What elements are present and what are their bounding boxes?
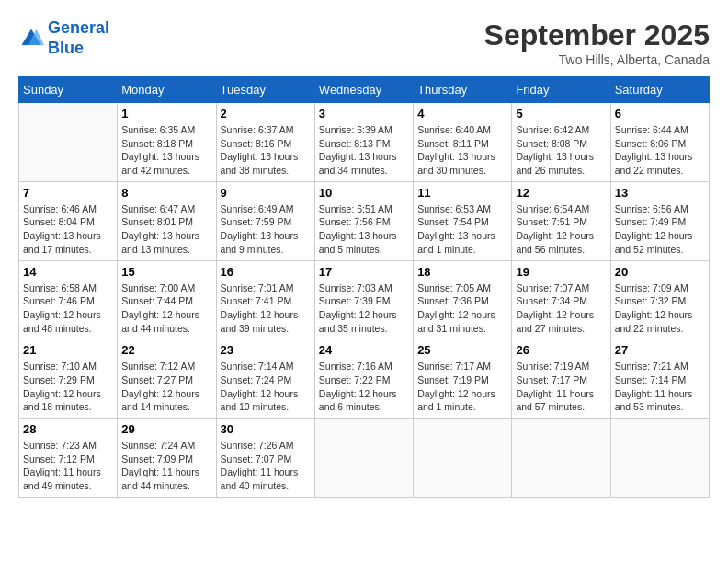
day-info: Sunrise: 6:58 AMSunset: 7:46 PMDaylight:… [23, 282, 113, 336]
day-number: 23 [221, 343, 311, 357]
day-number: 2 [221, 107, 311, 121]
calendar-cell: 13Sunrise: 6:56 AMSunset: 7:49 PMDayligh… [610, 181, 709, 260]
calendar-cell: 26Sunrise: 7:19 AMSunset: 7:17 PMDayligh… [512, 339, 610, 419]
logo-text: General Blue [48, 18, 109, 58]
calendar-cell: 23Sunrise: 7:14 AMSunset: 7:24 PMDayligh… [216, 339, 314, 419]
week-row-1: 1Sunrise: 6:35 AMSunset: 8:18 PMDaylight… [19, 103, 710, 182]
day-info: Sunrise: 6:40 AMSunset: 8:11 PMDaylight:… [417, 123, 507, 178]
calendar-cell: 16Sunrise: 7:01 AMSunset: 7:41 PMDayligh… [216, 260, 314, 339]
day-number: 4 [417, 107, 507, 121]
calendar-cell: 3Sunrise: 6:39 AMSunset: 8:13 PMDaylight… [314, 103, 413, 182]
header-tuesday: Tuesday [216, 77, 314, 103]
calendar-cell: 5Sunrise: 6:42 AMSunset: 8:08 PMDaylight… [512, 103, 610, 182]
day-info: Sunrise: 6:53 AMSunset: 7:54 PMDaylight:… [417, 202, 507, 257]
day-info: Sunrise: 7:26 AMSunset: 7:07 PMDaylight:… [221, 439, 311, 493]
logo-line2: Blue [48, 39, 109, 59]
calendar-title: September 2025 [484, 18, 710, 52]
day-info: Sunrise: 6:51 AMSunset: 7:56 PMDaylight:… [319, 202, 409, 257]
day-number: 19 [516, 265, 606, 279]
calendar-cell: 1Sunrise: 6:35 AMSunset: 8:18 PMDaylight… [118, 103, 216, 182]
day-info: Sunrise: 6:42 AMSunset: 8:08 PMDaylight:… [516, 123, 606, 178]
day-number: 1 [121, 107, 211, 121]
day-number: 17 [319, 265, 409, 279]
day-info: Sunrise: 7:07 AMSunset: 7:34 PMDaylight:… [516, 282, 606, 336]
day-info: Sunrise: 6:47 AMSunset: 8:01 PMDaylight:… [121, 202, 211, 257]
calendar-cell: 17Sunrise: 7:03 AMSunset: 7:39 PMDayligh… [314, 260, 413, 339]
header-saturday: Saturday [610, 77, 709, 103]
calendar-cell: 14Sunrise: 6:58 AMSunset: 7:46 PMDayligh… [19, 260, 118, 339]
day-info: Sunrise: 7:19 AMSunset: 7:17 PMDaylight:… [516, 360, 606, 414]
calendar-cell: 29Sunrise: 7:24 AMSunset: 7:09 PMDayligh… [118, 419, 216, 498]
logo-icon [18, 26, 44, 52]
day-info: Sunrise: 7:16 AMSunset: 7:22 PMDaylight:… [319, 360, 409, 414]
calendar-cell: 21Sunrise: 7:10 AMSunset: 7:29 PMDayligh… [19, 339, 118, 419]
day-info: Sunrise: 7:09 AMSunset: 7:32 PMDaylight:… [615, 282, 705, 336]
calendar-cell: 4Sunrise: 6:40 AMSunset: 8:11 PMDaylight… [414, 103, 512, 182]
calendar-cell: 10Sunrise: 6:51 AMSunset: 7:56 PMDayligh… [314, 181, 413, 260]
logo: General Blue [18, 18, 109, 58]
day-info: Sunrise: 7:01 AMSunset: 7:41 PMDaylight:… [221, 282, 311, 336]
header-thursday: Thursday [414, 77, 512, 103]
calendar-cell: 18Sunrise: 7:05 AMSunset: 7:36 PMDayligh… [414, 260, 512, 339]
calendar-subtitle: Two Hills, Alberta, Canada [484, 52, 710, 67]
day-info: Sunrise: 7:14 AMSunset: 7:24 PMDaylight:… [221, 360, 311, 414]
day-number: 30 [221, 422, 311, 436]
day-info: Sunrise: 7:21 AMSunset: 7:14 PMDaylight:… [615, 360, 705, 414]
week-row-3: 14Sunrise: 6:58 AMSunset: 7:46 PMDayligh… [19, 260, 710, 339]
calendar-cell: 28Sunrise: 7:23 AMSunset: 7:12 PMDayligh… [19, 419, 118, 498]
day-number: 10 [319, 186, 409, 200]
calendar-cell [414, 419, 512, 498]
day-number: 14 [23, 265, 113, 279]
day-info: Sunrise: 6:37 AMSunset: 8:16 PMDaylight:… [221, 123, 311, 178]
calendar-cell: 8Sunrise: 6:47 AMSunset: 8:01 PMDaylight… [118, 181, 216, 260]
day-info: Sunrise: 7:17 AMSunset: 7:19 PMDaylight:… [417, 360, 507, 414]
calendar-cell [314, 419, 413, 498]
calendar-cell: 19Sunrise: 7:07 AMSunset: 7:34 PMDayligh… [512, 260, 610, 339]
week-row-2: 7Sunrise: 6:46 AMSunset: 8:04 PMDaylight… [19, 181, 710, 260]
title-block: September 2025 Two Hills, Alberta, Canad… [484, 18, 710, 67]
day-number: 15 [121, 265, 211, 279]
day-number: 22 [121, 343, 211, 357]
day-info: Sunrise: 7:03 AMSunset: 7:39 PMDaylight:… [319, 282, 409, 336]
day-number: 27 [615, 343, 705, 357]
calendar-cell: 22Sunrise: 7:12 AMSunset: 7:27 PMDayligh… [118, 339, 216, 419]
calendar-cell [19, 103, 118, 182]
day-info: Sunrise: 6:46 AMSunset: 8:04 PMDaylight:… [23, 202, 113, 257]
day-number: 28 [23, 422, 113, 436]
calendar-cell: 11Sunrise: 6:53 AMSunset: 7:54 PMDayligh… [414, 181, 512, 260]
day-info: Sunrise: 6:39 AMSunset: 8:13 PMDaylight:… [319, 123, 409, 178]
calendar-cell [610, 419, 709, 498]
day-number: 13 [615, 186, 705, 200]
calendar-cell: 9Sunrise: 6:49 AMSunset: 7:59 PMDaylight… [216, 181, 314, 260]
header-sunday: Sunday [19, 77, 118, 103]
day-info: Sunrise: 7:10 AMSunset: 7:29 PMDaylight:… [23, 360, 113, 414]
day-info: Sunrise: 6:49 AMSunset: 7:59 PMDaylight:… [221, 202, 311, 257]
day-info: Sunrise: 7:05 AMSunset: 7:36 PMDaylight:… [417, 282, 507, 336]
day-info: Sunrise: 7:12 AMSunset: 7:27 PMDaylight:… [121, 360, 211, 414]
day-number: 6 [615, 107, 705, 121]
calendar-cell: 6Sunrise: 6:44 AMSunset: 8:06 PMDaylight… [610, 103, 709, 182]
day-number: 18 [417, 265, 507, 279]
calendar-cell: 15Sunrise: 7:00 AMSunset: 7:44 PMDayligh… [118, 260, 216, 339]
day-number: 5 [516, 107, 606, 121]
week-row-5: 28Sunrise: 7:23 AMSunset: 7:12 PMDayligh… [19, 419, 710, 498]
calendar-cell: 27Sunrise: 7:21 AMSunset: 7:14 PMDayligh… [610, 339, 709, 419]
day-number: 8 [121, 186, 211, 200]
day-number: 25 [417, 343, 507, 357]
day-number: 16 [221, 265, 311, 279]
calendar-header-row: SundayMondayTuesdayWednesdayThursdayFrid… [19, 77, 710, 103]
day-info: Sunrise: 6:54 AMSunset: 7:51 PMDaylight:… [516, 202, 606, 257]
calendar-cell: 30Sunrise: 7:26 AMSunset: 7:07 PMDayligh… [216, 419, 314, 498]
day-info: Sunrise: 7:24 AMSunset: 7:09 PMDaylight:… [121, 439, 211, 493]
week-row-4: 21Sunrise: 7:10 AMSunset: 7:29 PMDayligh… [19, 339, 710, 419]
calendar-cell: 20Sunrise: 7:09 AMSunset: 7:32 PMDayligh… [610, 260, 709, 339]
calendar-cell: 2Sunrise: 6:37 AMSunset: 8:16 PMDaylight… [216, 103, 314, 182]
day-info: Sunrise: 6:35 AMSunset: 8:18 PMDaylight:… [121, 123, 211, 178]
day-number: 7 [23, 186, 113, 200]
day-info: Sunrise: 6:56 AMSunset: 7:49 PMDaylight:… [615, 202, 705, 257]
calendar-cell [512, 419, 610, 498]
day-number: 24 [319, 343, 409, 357]
day-number: 20 [615, 265, 705, 279]
day-info: Sunrise: 6:44 AMSunset: 8:06 PMDaylight:… [615, 123, 705, 178]
page-header: General Blue September 2025 Two Hills, A… [18, 18, 710, 67]
